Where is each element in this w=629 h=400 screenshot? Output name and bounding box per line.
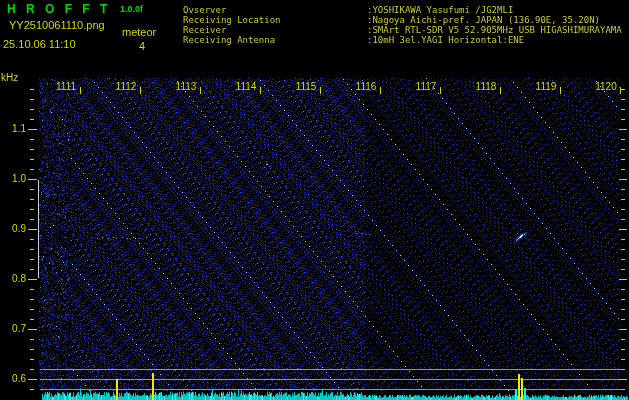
time-tick-label: 1114 (226, 81, 266, 92)
info-value: :YOSHIKAWA Yasufumi /JG2MLI (367, 5, 513, 15)
time-tick-label: 1120 (586, 81, 626, 92)
time-tick-label: 1113 (166, 81, 206, 92)
info-row-receiver: Receiver :SMArt RTL-SDR V5 52.905MHz USB… (183, 25, 622, 35)
info-row-observer: Ovserver :YOSHIKAWA Yasufumi /JG2MLI (183, 5, 622, 15)
station-info: Ovserver :YOSHIKAWA Yasufumi /JG2MLI Rec… (183, 5, 622, 45)
time-tick-label: 1115 (286, 81, 326, 92)
spectrogram-canvas (0, 0, 629, 400)
output-filename: YY2510061110.png (9, 19, 105, 31)
observation-datetime: 25.10.06 11:10 (3, 38, 76, 50)
time-tick-label: 1119 (526, 81, 566, 92)
mode-label: meteor (122, 26, 156, 38)
freq-tick-label: 0.8 (0, 273, 26, 284)
info-value: :10mH 3el.YAGI Horizontal:ENE (367, 35, 524, 45)
info-label: Ovserver (183, 5, 367, 15)
info-label: Receiving Antenna (183, 35, 367, 45)
time-tick-label: 1112 (106, 81, 146, 92)
freq-unit-label: kHz (1, 72, 18, 83)
freq-tick-label: 0.9 (0, 223, 26, 234)
freq-tick-label: 0.7 (0, 323, 26, 334)
time-tick-label: 1118 (466, 81, 506, 92)
time-tick-label: 1117 (406, 81, 446, 92)
echo-count: 4 (139, 40, 145, 52)
app-title: H R O F F T (7, 2, 111, 16)
freq-tick-label: 1.1 (0, 123, 26, 134)
info-row-location: Receiving Location :Nagoya Aichi-pref. J… (183, 15, 622, 25)
freq-tick-label: 1.0 (0, 173, 26, 184)
info-label: Receiving Location (183, 15, 367, 25)
info-value: :Nagoya Aichi-pref. JAPAN (136.90E, 35.2… (367, 15, 600, 25)
freq-tick-label: 0.6 (0, 373, 26, 384)
time-tick-label: 1111 (46, 81, 86, 92)
hrofft-screen: H R O F F T 1.0.0f YY2510061110.png mete… (0, 0, 629, 400)
info-label: Receiver (183, 25, 367, 35)
time-tick-label: 1116 (346, 81, 386, 92)
app-version: 1.0.0f (120, 4, 143, 14)
info-row-antenna: Receiving Antenna :10mH 3el.YAGI Horizon… (183, 35, 622, 45)
info-value: :SMArt RTL-SDR V5 52.905MHz USB HIGASHIM… (367, 25, 622, 35)
